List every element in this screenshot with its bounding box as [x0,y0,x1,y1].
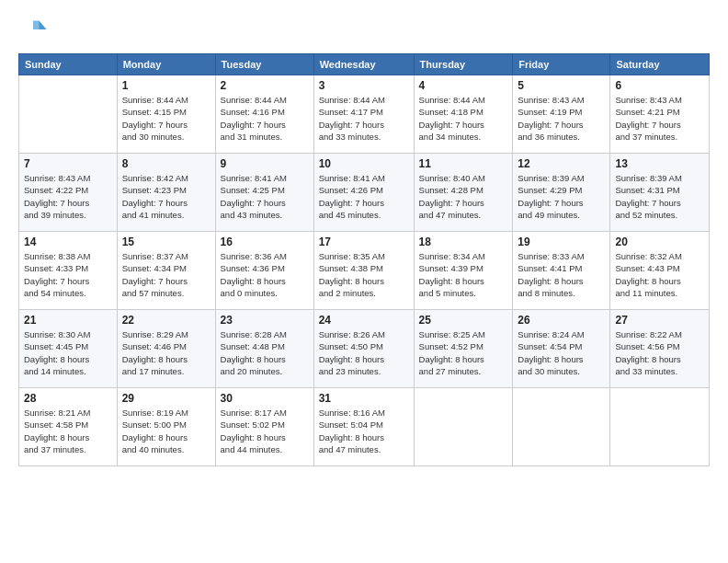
logo-icon [18,15,48,44]
column-header-saturday: Saturday [610,54,710,75]
column-header-monday: Monday [117,54,215,75]
day-number: 24 [319,314,409,327]
day-cell: 19Sunrise: 8:33 AM Sunset: 4:41 PM Dayli… [513,232,610,310]
day-info: Sunrise: 8:32 AM Sunset: 4:43 PM Dayligh… [615,250,704,299]
day-info: Sunrise: 8:43 AM Sunset: 4:22 PM Dayligh… [24,172,112,221]
day-cell: 31Sunrise: 8:16 AM Sunset: 5:04 PM Dayli… [313,388,414,466]
svg-marker-1 [33,20,46,29]
day-number: 13 [615,157,704,170]
day-number: 22 [122,314,210,327]
day-cell: 18Sunrise: 8:34 AM Sunset: 4:39 PM Dayli… [414,232,513,310]
column-header-friday: Friday [513,54,610,75]
day-cell: 16Sunrise: 8:36 AM Sunset: 4:36 PM Dayli… [215,232,313,310]
day-cell: 13Sunrise: 8:39 AM Sunset: 4:31 PM Dayli… [610,154,710,232]
week-row-1: 1Sunrise: 8:44 AM Sunset: 4:15 PM Daylig… [19,75,710,154]
day-info: Sunrise: 8:34 AM Sunset: 4:39 PM Dayligh… [419,250,508,299]
calendar-header-row: SundayMondayTuesdayWednesdayThursdayFrid… [19,54,710,75]
day-number: 31 [319,392,409,405]
day-number: 27 [615,314,704,327]
day-cell: 7Sunrise: 8:43 AM Sunset: 4:22 PM Daylig… [19,154,118,232]
day-info: Sunrise: 8:42 AM Sunset: 4:23 PM Dayligh… [122,172,210,221]
day-number: 3 [319,79,409,92]
week-row-4: 21Sunrise: 8:30 AM Sunset: 4:45 PM Dayli… [19,310,710,388]
day-number: 5 [518,79,605,92]
day-info: Sunrise: 8:21 AM Sunset: 4:58 PM Dayligh… [24,407,112,455]
day-info: Sunrise: 8:41 AM Sunset: 4:25 PM Dayligh… [221,172,309,221]
day-info: Sunrise: 8:16 AM Sunset: 5:04 PM Dayligh… [319,407,409,455]
day-cell: 30Sunrise: 8:17 AM Sunset: 5:02 PM Dayli… [215,388,313,466]
day-cell: 15Sunrise: 8:37 AM Sunset: 4:34 PM Dayli… [117,232,215,310]
day-number: 26 [518,314,605,327]
day-info: Sunrise: 8:37 AM Sunset: 4:34 PM Dayligh… [122,250,210,299]
column-header-wednesday: Wednesday [313,54,414,75]
day-cell: 12Sunrise: 8:39 AM Sunset: 4:29 PM Dayli… [513,154,610,232]
column-header-thursday: Thursday [414,54,513,75]
day-cell [19,75,118,154]
week-row-5: 28Sunrise: 8:21 AM Sunset: 4:58 PM Dayli… [19,388,710,466]
day-number: 10 [319,157,409,170]
day-cell: 5Sunrise: 8:43 AM Sunset: 4:19 PM Daylig… [513,75,610,154]
day-number: 14 [24,236,112,248]
day-info: Sunrise: 8:28 AM Sunset: 4:48 PM Dayligh… [221,328,309,377]
day-cell: 9Sunrise: 8:41 AM Sunset: 4:25 PM Daylig… [215,154,313,232]
day-number: 8 [122,157,210,170]
day-info: Sunrise: 8:43 AM Sunset: 4:19 PM Dayligh… [518,94,605,143]
day-info: Sunrise: 8:25 AM Sunset: 4:52 PM Dayligh… [419,328,508,377]
day-cell: 21Sunrise: 8:30 AM Sunset: 4:45 PM Dayli… [19,310,118,388]
day-number: 2 [221,79,309,92]
day-cell: 6Sunrise: 8:43 AM Sunset: 4:21 PM Daylig… [610,75,710,154]
day-number: 6 [615,79,704,92]
day-cell: 4Sunrise: 8:44 AM Sunset: 4:18 PM Daylig… [414,75,513,154]
day-info: Sunrise: 8:33 AM Sunset: 4:41 PM Dayligh… [518,250,605,299]
day-info: Sunrise: 8:19 AM Sunset: 5:00 PM Dayligh… [122,407,210,455]
week-row-3: 14Sunrise: 8:38 AM Sunset: 4:33 PM Dayli… [19,232,710,310]
day-number: 17 [319,236,409,248]
day-info: Sunrise: 8:44 AM Sunset: 4:18 PM Dayligh… [419,94,508,143]
day-cell: 1Sunrise: 8:44 AM Sunset: 4:15 PM Daylig… [117,75,215,154]
logo [18,15,51,44]
day-info: Sunrise: 8:26 AM Sunset: 4:50 PM Dayligh… [319,328,409,377]
day-info: Sunrise: 8:24 AM Sunset: 4:54 PM Dayligh… [518,328,605,377]
week-row-2: 7Sunrise: 8:43 AM Sunset: 4:22 PM Daylig… [19,154,710,232]
day-info: Sunrise: 8:35 AM Sunset: 4:38 PM Dayligh… [319,250,409,299]
day-number: 20 [615,236,704,248]
day-cell: 28Sunrise: 8:21 AM Sunset: 4:58 PM Dayli… [19,388,118,466]
day-info: Sunrise: 8:22 AM Sunset: 4:56 PM Dayligh… [615,328,704,377]
day-info: Sunrise: 8:38 AM Sunset: 4:33 PM Dayligh… [24,250,112,299]
day-info: Sunrise: 8:44 AM Sunset: 4:17 PM Dayligh… [319,94,409,143]
day-number: 9 [221,157,309,170]
day-info: Sunrise: 8:43 AM Sunset: 4:21 PM Dayligh… [615,94,704,143]
day-cell: 25Sunrise: 8:25 AM Sunset: 4:52 PM Dayli… [414,310,513,388]
day-cell [513,388,610,466]
day-number: 23 [221,314,309,327]
day-number: 12 [518,157,605,170]
day-cell: 26Sunrise: 8:24 AM Sunset: 4:54 PM Dayli… [513,310,610,388]
page-header [18,15,710,44]
day-info: Sunrise: 8:41 AM Sunset: 4:26 PM Dayligh… [319,172,409,221]
day-cell: 14Sunrise: 8:38 AM Sunset: 4:33 PM Dayli… [19,232,118,310]
day-cell [414,388,513,466]
day-number: 19 [518,236,605,248]
day-info: Sunrise: 8:39 AM Sunset: 4:31 PM Dayligh… [615,172,704,221]
day-info: Sunrise: 8:36 AM Sunset: 4:36 PM Dayligh… [221,250,309,299]
day-info: Sunrise: 8:39 AM Sunset: 4:29 PM Dayligh… [518,172,605,221]
calendar: SundayMondayTuesdayWednesdayThursdayFrid… [18,53,710,466]
day-info: Sunrise: 8:44 AM Sunset: 4:15 PM Dayligh… [122,94,210,143]
day-cell: 10Sunrise: 8:41 AM Sunset: 4:26 PM Dayli… [313,154,414,232]
column-header-tuesday: Tuesday [215,54,313,75]
day-cell: 3Sunrise: 8:44 AM Sunset: 4:17 PM Daylig… [313,75,414,154]
day-cell: 2Sunrise: 8:44 AM Sunset: 4:16 PM Daylig… [215,75,313,154]
column-header-sunday: Sunday [19,54,118,75]
day-info: Sunrise: 8:44 AM Sunset: 4:16 PM Dayligh… [221,94,309,143]
day-cell: 11Sunrise: 8:40 AM Sunset: 4:28 PM Dayli… [414,154,513,232]
day-info: Sunrise: 8:30 AM Sunset: 4:45 PM Dayligh… [24,328,112,377]
day-number: 7 [24,157,112,170]
day-number: 29 [122,392,210,405]
day-cell: 29Sunrise: 8:19 AM Sunset: 5:00 PM Dayli… [117,388,215,466]
day-info: Sunrise: 8:17 AM Sunset: 5:02 PM Dayligh… [221,407,309,455]
day-number: 1 [122,79,210,92]
day-number: 11 [419,157,508,170]
day-cell: 8Sunrise: 8:42 AM Sunset: 4:23 PM Daylig… [117,154,215,232]
day-cell: 22Sunrise: 8:29 AM Sunset: 4:46 PM Dayli… [117,310,215,388]
day-number: 30 [221,392,309,405]
